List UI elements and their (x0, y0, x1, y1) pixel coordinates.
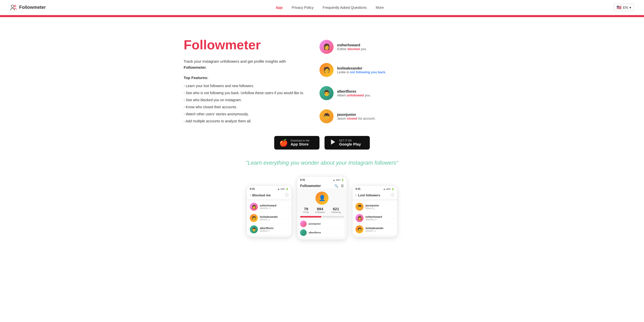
nav-app[interactable]: App (276, 6, 283, 10)
phone-right-item-3: 🧑 lesliealexander @leslie_a › (352, 224, 397, 235)
googleplay-button[interactable]: GET IT ON Google Play (325, 136, 370, 150)
status-albert: Albert unfollowed you. (337, 93, 371, 97)
user-info-esther: estherhoward Esther blocked you. (337, 43, 367, 51)
navbar: Followmeter App Privacy Policy Frequentl… (0, 0, 644, 15)
phone-left-icons: ▲WiFi🔋 (277, 188, 289, 190)
avatar-jason: 👦 (319, 109, 334, 123)
feature-3: - See who blocked you on Instagram. (184, 96, 304, 103)
brand-inline: Followmeter (184, 65, 206, 69)
nav-faq[interactable]: Frequently Asked Questions (323, 6, 367, 10)
chevron-right-icon: › (288, 205, 289, 208)
status-esther: Esther blocked you. (337, 47, 367, 51)
feature-1: - Learn your lost followers and new foll… (184, 82, 304, 89)
phone-right-item-1: 👦 jasonjunior @jason_j › (352, 201, 397, 212)
user-cards: 👩 estherhoward Esther blocked you. 🧑 les… (319, 37, 415, 126)
username-albert: albertflores (337, 89, 371, 93)
avatar-leslie: 🧑 (319, 63, 334, 77)
phone-left-body: 👩 estherhoward @esther_h › 🧑 lesliealexa… (247, 199, 292, 237)
phone-center-title: Followmeter (300, 184, 321, 188)
phone-center-item-avatar-2 (300, 229, 307, 236)
user-card-esther: 👩 estherhoward Esther blocked you. (319, 37, 415, 56)
status-key-esther: blocked (347, 47, 360, 51)
phone-bars (300, 216, 344, 218)
phone-left-avatar-1: 👩 (250, 203, 258, 211)
googleplay-text: GET IT ON Google Play (339, 139, 361, 146)
googleplay-sub: GET IT ON (339, 139, 361, 142)
chevron-right-icon-3: › (288, 228, 289, 231)
feature-6: - Add multiple accounts to analyze them … (184, 118, 304, 125)
bar-red (300, 216, 321, 218)
phone-right-icons: ▲WiFi🔋 (383, 188, 394, 190)
hero-section: Followmeter Track your Instagram unfollo… (184, 37, 460, 126)
info-icon-right: ⓘ (391, 193, 394, 197)
phone-left-item-1: 👩 estherhoward @esther_h › (247, 201, 292, 212)
googleplay-icon (330, 138, 337, 147)
avatar-albert: 👨 (319, 86, 334, 100)
user-card-jason: 👦 jasonjunior Jason closed his account. (319, 107, 415, 126)
phone-right-time: 9:41 (355, 188, 360, 190)
lang-code: EN (623, 6, 628, 10)
back-icon-left: ‹ (250, 193, 251, 197)
phone-center-item-avatar-1 (300, 221, 307, 227)
appstore-text: Download on the App Store (291, 139, 309, 146)
user-card-albert: 👨 albertflores Albert unfollowed you. (319, 84, 415, 103)
phone-center-icons: ▲WiFi🔋 (333, 179, 344, 181)
phone-left-avatar-3: 👨 (250, 225, 258, 233)
phone-center-body: 👤 79 Posts 894 Followers 621 Following (297, 189, 347, 240)
main-content: Followmeter Track your Instagram unfollo… (5, 22, 639, 253)
store-buttons: 🍎 Download on the App Store GET IT ON Go… (247, 136, 397, 150)
phone-center-avatar: 👤 (315, 192, 329, 205)
chevron-right-icon-2: › (288, 217, 289, 220)
username-jason: jasonjunior (337, 113, 376, 117)
status-leslie: Leslie is not following you back. (337, 70, 386, 74)
back-icon-right: ‹ (355, 193, 356, 197)
chevron-right-icon-r3: › (393, 228, 394, 231)
logo[interactable]: Followmeter (10, 4, 46, 11)
appstore-main: App Store (291, 142, 309, 146)
phone-center-avatar-wrap: 👤 (300, 192, 344, 205)
avatar-esther: 👩 (319, 40, 334, 54)
search-icon-phone: 🔍 (334, 184, 338, 188)
username-esther: estherhoward (337, 43, 367, 47)
phone-center-icons-nav: 🔍 ☰ (334, 184, 344, 188)
apple-icon: 🍎 (279, 139, 288, 147)
appstore-sub: Download on the (291, 139, 309, 142)
status-key-leslie: not following you back (350, 70, 385, 74)
hero-right: 👩 estherhoward Esther blocked you. 🧑 les… (319, 37, 415, 126)
chevron-down-icon (629, 6, 631, 10)
phone-center-header: 9:41 ▲WiFi🔋 (297, 176, 347, 182)
feature-4: - Know who closed their accounts. (184, 103, 304, 111)
phone-left: 9:41 ▲WiFi🔋 ‹ Blocked me ⓘ 👩 estherhowar… (247, 185, 292, 237)
svg-point-1 (14, 5, 16, 7)
hero-left: Followmeter Track your Instagram unfollo… (184, 37, 304, 125)
phone-center-item-1: jasonjunior (300, 220, 344, 228)
appstore-button[interactable]: 🍎 Download on the App Store (274, 136, 319, 150)
hero-description: Track your Instagram unfollowers and get… (184, 58, 304, 70)
nav-links: App Privacy Policy Frequently Asked Ques… (276, 6, 384, 10)
phone-left-time: 9:41 (250, 188, 255, 190)
chevron-right-icon-r2: › (393, 217, 394, 220)
logo-icon (10, 4, 17, 11)
stat-posts: 79 Posts (303, 207, 309, 213)
username-leslie: lesliealexander (337, 66, 386, 70)
phone-center-item-2: albertflores (300, 228, 344, 237)
user-card-leslie: 🧑 lesliealexander Leslie is not followin… (319, 60, 415, 80)
nav-privacy[interactable]: Privacy Policy (292, 6, 313, 10)
phone-left-title: Blocked me (252, 193, 284, 197)
stat-following: 621 Following (331, 207, 341, 213)
phones-section: 9:41 ▲WiFi🔋 ‹ Blocked me ⓘ 👩 estherhowar… (209, 176, 435, 237)
phone-right-title: Lost followers (358, 193, 389, 197)
phone-stats: 79 Posts 894 Followers 621 Following (300, 207, 344, 213)
phone-right-avatar-2: 👩 (355, 214, 364, 222)
info-icon-left: ⓘ (285, 193, 289, 197)
chevron-right-icon-r1: › (393, 205, 394, 208)
features-title: Top Features: (184, 76, 304, 80)
features-list: - Learn your lost followers and new foll… (184, 82, 304, 125)
nav-more[interactable]: More (376, 6, 384, 10)
language-selector[interactable]: 🇺🇸 EN (614, 4, 634, 11)
svg-point-0 (11, 5, 14, 8)
phone-left-avatar-2: 🧑 (250, 214, 258, 222)
feature-5: - Watch other users' stories anonymously… (184, 111, 304, 118)
logo-text: Followmeter (19, 5, 46, 10)
red-bar (0, 15, 644, 17)
